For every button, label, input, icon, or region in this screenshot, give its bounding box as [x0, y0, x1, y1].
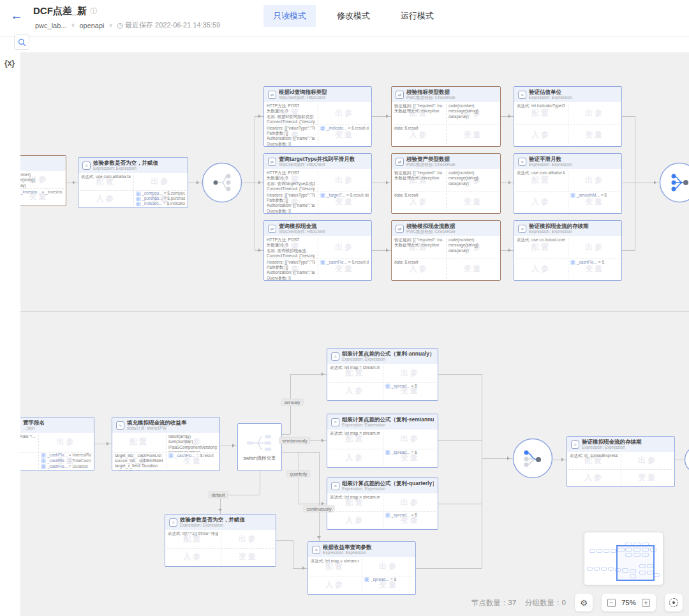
node-switch-branch[interactable]: switch流程分支	[237, 423, 282, 471]
variables-panel-toggle[interactable]: {x}	[4, 59, 15, 68]
search-button[interactable]	[14, 34, 29, 50]
edge-line	[416, 568, 482, 569]
workspace-select[interactable]: pwc_lab...	[35, 22, 67, 29]
node-check-cashflow[interactable]: ⇄校验模拟现金流数据PWC数据校验: CheckRule配置出参入参变量验证规则…	[391, 220, 501, 281]
variable-name: _indicato...	[142, 202, 162, 206]
node-input-lines: data: $.result	[392, 259, 446, 281]
node-expr-formula-semiannualy[interactable]: ≡组装计算点差的公式（复利-semiannualy）Expression: Ex…	[327, 414, 438, 468]
fit-view-button[interactable]	[665, 594, 683, 612]
connector-merge-bottom[interactable]	[512, 438, 553, 479]
variable-value: = Duration	[69, 464, 88, 469]
back-button[interactable]: ←	[10, 9, 23, 22]
node-variable-tags	[568, 124, 621, 147]
variable-value: = $	[390, 577, 396, 582]
node-check-asset-type[interactable]: ⇄校验资产类型数据PWC数据校验: CheckRule配置出参入参变量验证规则:…	[391, 153, 501, 214]
chevron-down-icon: ∨	[71, 22, 75, 28]
variable-value: = $.compoun...	[164, 192, 185, 196]
connector-circle-right-clipped[interactable]	[684, 446, 689, 474]
node-variable-tags: ≡_spread...= $	[383, 511, 438, 529]
tab-run[interactable]: 运行模式	[391, 5, 443, 27]
node-body: 配置出参入参变量表达式: use com.alibaba.fastjson...…	[78, 173, 188, 207]
tab-modify[interactable]: 修改模式	[327, 5, 380, 27]
node-subtitle: Expression: Expression	[180, 523, 245, 527]
node-expr-validate-unit[interactable]: ≡验证估值单位Expression: Expression配置出参入参变量表达式…	[514, 86, 622, 147]
edge-arrow-icon	[386, 248, 390, 252]
node-expr-validate-duration-top[interactable]: ≡验证模拟现金流的存续期Expression: Expression配置出参入参…	[514, 220, 622, 281]
node-body: 配置出参入参变量表达式: use cn.hutool.core.date...≡…	[514, 236, 621, 280]
settings-button[interactable]: ⚙	[575, 594, 593, 612]
node-variable-tags	[221, 548, 276, 567]
node-header: ≡效验参数是否为空，并赋值Expression: Expression	[165, 515, 276, 530]
minimap-viewport[interactable]	[616, 545, 655, 581]
node-expr-validate-smooth-months[interactable]: ≡验证平滑月数Expression: Expression配置出参入参变量表达式…	[514, 153, 622, 214]
node-config-lines: 表达式: use cn.hutool.core.date...	[514, 236, 568, 259]
node-subtitle: Expression: Expression	[323, 550, 372, 555]
node-output-lines: code(number)message(string)data(array)	[446, 169, 500, 192]
connector-merge-top[interactable]	[659, 162, 689, 203]
variable-name: _smoothM...	[577, 193, 600, 198]
node-expr-check-params-bottom[interactable]: ≡效验参数是否为空，并赋值Expression: Expression配置出参入…	[165, 514, 276, 567]
minimap-node	[654, 573, 660, 577]
node-input-lines	[327, 511, 383, 529]
variable-tag: ≡_cashFlo...= InterestRate	[41, 453, 91, 458]
node-http-query-cashflow[interactable]: ⇌查询模拟现金流httpClient插件: HttpClient配置出参入参变量…	[263, 220, 372, 281]
variable-name: _cashFlo...	[175, 453, 195, 458]
node-input-lines	[567, 469, 621, 486]
node-config-lines: 验证规则: [{ "required": tru...失败处理方式: excep…	[392, 169, 446, 192]
node-body: 配置出参入参变量验证规则: [{ "required": tru...失败处理方…	[392, 169, 500, 213]
info-icon[interactable]: ⓘ	[90, 6, 97, 16]
node-http-query-targettype[interactable]: ⇌查询targetType并找到平滑月数httpClient插件: HttpCl…	[263, 153, 372, 214]
node-type-icon: ⇌	[268, 225, 276, 233]
edge-arrow-icon	[258, 114, 263, 118]
flow-editor-app: ← DCF点差_新 ⓘ pwc_lab... ∨ openapi ∨ ◷ 最近保…	[0, 0, 689, 616]
node-output-lines	[383, 364, 438, 382]
variable-icon: ≡	[570, 193, 575, 198]
node-output-lines: result(array)sum(number)iPaaSComponentVe…	[166, 433, 219, 452]
minimap[interactable]	[584, 532, 663, 585]
node-input-lines	[514, 124, 568, 147]
edge-arrow-icon	[258, 248, 263, 252]
node-expr-formula-quarterly[interactable]: ≡组装计算点差的公式（复利-quarterly）Expression: Expr…	[327, 477, 438, 530]
variable-name: _cashFlo...	[47, 458, 68, 463]
node-output-lines	[318, 102, 371, 124]
variable-value: = $	[411, 450, 417, 455]
node-config-lines: 表达式: if(!==1){ throw "传递的...	[165, 530, 221, 548]
node-subtitle: Expression: Expression	[529, 162, 572, 167]
edge-arrow-icon	[508, 181, 513, 184]
toolbar-strip	[0, 37, 689, 52]
node-expr-check-params-top[interactable]: ≡效验参数是否为空，并赋值Expression: Expression配置出参入…	[78, 157, 188, 208]
node-expr-formula-annualy[interactable]: ≡组装计算点差的公式（复利-annualy）Expression: Expres…	[327, 348, 438, 401]
node-input-lines	[327, 382, 383, 401]
node-output-lines	[568, 169, 621, 192]
tab-readonly[interactable]: 只读模式	[263, 5, 316, 27]
node-title: 查询模拟现金流	[279, 223, 325, 230]
edge-arrow-icon	[322, 439, 326, 442]
connector-fork-top[interactable]	[202, 162, 242, 203]
zoom-out-button[interactable]: −	[607, 599, 616, 607]
node-expr-validate-duration-bottom[interactable]: ≡验证模拟现金流的存续期Expression: Expression配置出参入参…	[567, 436, 675, 487]
node-scipy-fill-yield[interactable]: ∿填充模拟现金流的收益率scipy计算: interp1PW配置出参入参变量re…	[112, 417, 220, 471]
edge-arrow-icon	[218, 509, 222, 513]
search-icon	[18, 38, 26, 47]
node-variable-tags	[446, 192, 500, 214]
node-output-lines	[383, 430, 438, 449]
variable-tag: ≡_spread...= $	[385, 450, 436, 455]
node-set-field-cut[interactable]: ≡置字段名…sion配置出参入参变量Rate =...≡_cashFlo...=…	[20, 417, 94, 471]
node-check-cut-left[interactable]: ⇄配置出参入参变量...umber)...ge(string)...rray)≡…	[20, 155, 66, 206]
node-expr-query-params-by-yield[interactable]: ≡根据收益率查询参数Expression: Expression配置出参入参变量…	[307, 541, 416, 595]
node-header: ⇌查询targetType并找到平滑月数httpClient插件: HttpCl…	[264, 154, 371, 169]
node-titles: 组装计算点差的公式（复利-quarterly）Expression: Expre…	[342, 481, 434, 492]
zoom-in-button[interactable]: +	[642, 599, 650, 607]
node-http-query-indicator-type[interactable]: ⇌根据id查询指标类型httpClient插件: HttpClient配置出参入…	[263, 86, 372, 147]
variable-name: _spread...	[392, 384, 410, 389]
node-body: 配置出参入参变量HTTP方法: POST失败重试: 0名称: 查询targetT…	[264, 169, 371, 213]
zoom-controls: − 75% +	[602, 594, 656, 612]
api-select[interactable]: openapi	[79, 22, 104, 29]
node-type-icon: ≡	[312, 546, 320, 554]
node-body: 配置出参入参变量表达式: let indicatorTypeObj = _i..…	[514, 102, 621, 146]
node-check-indicator-type[interactable]: ⇄校验指标类型数据PWC数据校验: CheckRule配置出参入参变量验证规则:…	[391, 86, 501, 147]
node-config-lines: HTTP方法: POST失败重试: 0名称: 查询模拟现金流ConnectTim…	[264, 236, 318, 259]
node-body: 配置出参入参变量HTTP方法: POST失败重试: 0名称: 根据id查询指标类…	[264, 102, 371, 146]
node-header: ≡验证模拟现金流的存续期Expression: Expression	[514, 221, 621, 236]
node-titles: 校验指标类型数据PWC数据校验: CheckRule	[406, 89, 456, 100]
